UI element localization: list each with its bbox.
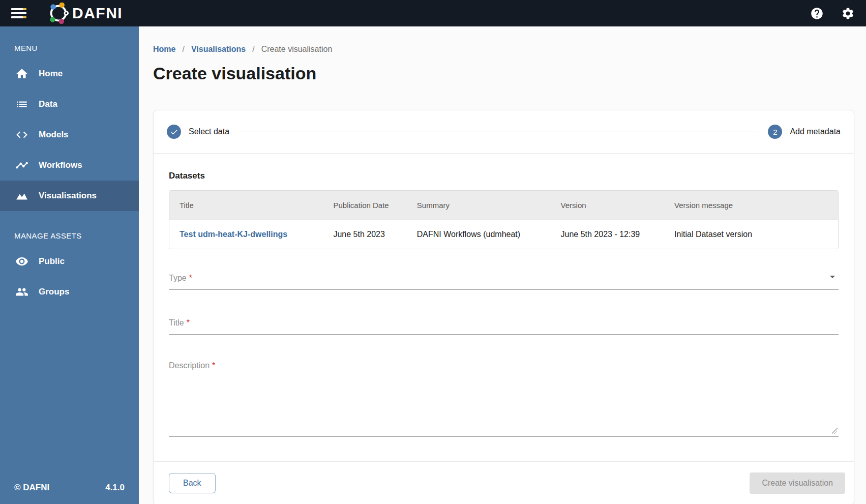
table-row: Test udm-heat-KJ-dwellings June 5th 2023… xyxy=(169,220,838,249)
type-label: Type xyxy=(169,274,187,283)
column-header-title: Title xyxy=(169,191,323,220)
sidebar-item-label: Data xyxy=(39,99,57,109)
sidebar-item-public[interactable]: Public xyxy=(0,246,139,277)
menu-icon-bar xyxy=(11,12,26,14)
breadcrumb-separator: / xyxy=(252,45,254,54)
version-text: 4.1.0 xyxy=(105,483,125,493)
sidebar-menu-heading: MENU xyxy=(0,26,139,58)
brand-name: DAFNI xyxy=(72,5,123,22)
home-icon xyxy=(15,67,28,80)
sidebar-item-groups[interactable]: Groups xyxy=(0,277,139,307)
sidebar-item-models[interactable]: Models xyxy=(0,120,139,150)
step-number-circle: 2 xyxy=(768,125,782,139)
stepper: Select data 2 Add metadata xyxy=(154,110,854,153)
menu-icon[interactable] xyxy=(11,8,26,18)
description-textarea[interactable]: Description * xyxy=(169,361,839,437)
column-header-publication-date: Publication Date xyxy=(323,191,406,220)
title-underline xyxy=(169,334,839,335)
chevron-down-icon[interactable] xyxy=(826,271,839,283)
card-footer: Back Create visualisation xyxy=(154,462,854,504)
sidebar-item-visualisations[interactable]: Visualisations xyxy=(0,181,139,211)
chart-icon xyxy=(15,189,28,202)
table-header-row: Title Publication Date Summary Version V… xyxy=(169,191,838,220)
people-icon xyxy=(15,285,28,299)
stepper-connector xyxy=(238,132,759,132)
breadcrumb-separator: / xyxy=(182,45,184,54)
step-label: Select data xyxy=(189,127,229,136)
datasets-heading: Datasets xyxy=(169,171,839,181)
column-header-version-message: Version message xyxy=(664,191,838,220)
code-icon xyxy=(15,128,28,141)
resize-handle-icon[interactable] xyxy=(832,428,838,434)
title-label: Title xyxy=(169,318,184,328)
help-icon[interactable] xyxy=(810,7,824,20)
menu-icon-bar xyxy=(11,16,26,18)
column-header-summary: Summary xyxy=(407,191,551,220)
dataset-version: June 5th 2023 - 12:39 xyxy=(551,220,665,249)
main-content: Home / Visualisations / Create visualisa… xyxy=(139,26,866,504)
sidebar-item-home[interactable]: Home xyxy=(0,58,139,89)
back-button[interactable]: Back xyxy=(169,473,216,493)
list-icon xyxy=(15,98,28,111)
breadcrumb-visualisations-link[interactable]: Visualisations xyxy=(191,45,246,54)
menu-icon-bar xyxy=(11,8,26,10)
dafni-logo[interactable]: DAFNI xyxy=(47,3,123,24)
top-bar: DAFNI xyxy=(0,0,866,26)
breadcrumb-home-link[interactable]: Home xyxy=(153,45,175,54)
required-asterisk: * xyxy=(189,274,192,283)
dafni-network-icon xyxy=(47,3,70,24)
timeline-icon xyxy=(15,159,28,172)
create-visualisation-card: Select data 2 Add metadata Datasets Titl… xyxy=(153,110,854,504)
sidebar-footer: © DAFNI 4.1.0 xyxy=(0,483,139,504)
dataset-publication-date: June 5th 2023 xyxy=(323,220,406,249)
breadcrumb: Home / Visualisations / Create visualisa… xyxy=(153,45,854,54)
step-label: Add metadata xyxy=(790,127,841,136)
description-input-area[interactable] xyxy=(169,377,839,437)
card-content: Datasets Title Publication Date Summary … xyxy=(154,154,854,461)
datasets-table: Title Publication Date Summary Version V… xyxy=(169,190,839,249)
page-title: Create visualisation xyxy=(153,62,854,84)
step-complete-circle xyxy=(167,125,181,139)
type-select[interactable]: Type * xyxy=(169,271,839,290)
step-select-data[interactable]: Select data xyxy=(167,125,229,139)
sidebar-item-label: Public xyxy=(39,256,65,266)
check-icon xyxy=(170,128,178,136)
dataset-title-link[interactable]: Test udm-heat-KJ-dwellings xyxy=(180,230,287,239)
sidebar-manage-heading: MANAGE ASSETS xyxy=(0,211,139,246)
sidebar-item-label: Models xyxy=(39,130,69,140)
sidebar-item-label: Visualisations xyxy=(39,191,97,201)
step-add-metadata[interactable]: 2 Add metadata xyxy=(768,125,841,139)
column-header-version: Version xyxy=(551,191,665,220)
sidebar-item-label: Home xyxy=(39,69,63,79)
type-underline xyxy=(169,289,839,290)
sidebar-item-label: Groups xyxy=(39,287,69,297)
breadcrumb-current: Create visualisation xyxy=(261,45,333,54)
title-input[interactable]: Title * xyxy=(169,318,839,335)
sidebar-item-data[interactable]: Data xyxy=(0,89,139,120)
sidebar-item-label: Workflows xyxy=(39,160,82,170)
description-label: Description xyxy=(169,361,210,370)
gear-icon[interactable] xyxy=(841,7,855,20)
dataset-version-message: Initial Dataset version xyxy=(664,220,838,249)
create-visualisation-button[interactable]: Create visualisation xyxy=(750,472,845,494)
required-asterisk: * xyxy=(212,361,215,370)
eye-icon xyxy=(15,255,28,268)
copyright-text: © DAFNI xyxy=(14,483,49,493)
topbar-actions xyxy=(810,7,855,20)
sidebar: MENU Home Data Models Workflows Visualis… xyxy=(0,26,139,504)
sidebar-item-workflows[interactable]: Workflows xyxy=(0,150,139,181)
dataset-summary: DAFNI Workflows (udmheat) xyxy=(407,220,551,249)
required-asterisk: * xyxy=(187,318,190,328)
